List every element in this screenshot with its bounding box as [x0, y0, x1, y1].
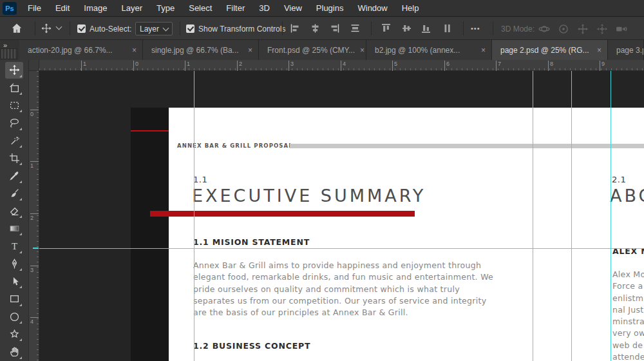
path-selection-tool[interactable]: [5, 273, 23, 290]
ruler-label: 3: [289, 61, 294, 71]
rectangular-marquee-tool[interactable]: [5, 97, 23, 114]
title-underline-bar: [150, 211, 415, 217]
vertical-guide[interactable]: [611, 71, 611, 361]
home-icon[interactable]: [11, 23, 23, 37]
align-vertical-centers-icon[interactable]: [401, 23, 412, 36]
menu-3d[interactable]: 3D: [252, 0, 277, 17]
menu-select[interactable]: Select: [182, 0, 219, 17]
menu-plugins[interactable]: Plugins: [309, 0, 351, 17]
magic-wand-tool[interactable]: [5, 132, 23, 149]
paragraph-line: attende: [612, 351, 644, 361]
menu-help[interactable]: Help: [395, 0, 426, 17]
more-align-options-button[interactable]: •••: [471, 24, 480, 32]
svg-text:T: T: [11, 241, 17, 251]
tab-title: page 3.p: [616, 46, 644, 55]
document-canvas[interactable]: ANNEX BAR & GRILL PROPOSAL 1.1 EXECUTIVE…: [39, 71, 644, 361]
tab-action-20[interactable]: action-20.jpg @ 66.7%... ×: [19, 40, 143, 60]
divider: [463, 21, 464, 35]
align-right-edges-icon[interactable]: [329, 23, 340, 36]
vertical-guide[interactable]: [571, 71, 572, 361]
menu-type[interactable]: Type: [149, 0, 182, 17]
tab-title: action-20.jpg @ 66.7%...: [28, 46, 113, 55]
distribute-horizontally-icon[interactable]: [350, 23, 361, 36]
auto-select-label: Auto-Select:: [90, 24, 131, 34]
tab-front[interactable]: Front.psd @ 25% (CMY... ×: [259, 40, 366, 60]
3d-pan-icon: [577, 23, 589, 37]
tab-single[interactable]: single.jpg @ 66.7% (Ba... ×: [143, 40, 259, 60]
paragraph-line: web de: [612, 340, 644, 351]
distribute-vertically-icon[interactable]: [442, 23, 453, 36]
align-left-edges-icon[interactable]: [290, 23, 301, 36]
paragraph-line: elegant food, remarkable drinks, and fun…: [193, 271, 493, 283]
divider: [371, 21, 372, 35]
rectangle-tool[interactable]: [5, 291, 23, 307]
paragraph-line: nal Just: [612, 304, 644, 316]
hand-tool[interactable]: [5, 344, 23, 360]
menu-file[interactable]: File: [21, 0, 48, 17]
chevron-down-icon[interactable]: [56, 24, 62, 30]
guide-position-marker: [33, 248, 39, 249]
menu-window[interactable]: Window: [350, 0, 394, 17]
paragraph-line: minstra: [612, 316, 644, 327]
frame-tool[interactable]: [5, 79, 23, 96]
gradient-tool[interactable]: [5, 220, 23, 237]
ruler-label: 3: [30, 266, 39, 273]
close-icon[interactable]: ×: [248, 46, 252, 55]
divider: [35, 21, 35, 35]
vertical-ruler[interactable]: 0 1 2 3 4: [29, 71, 39, 361]
pen-tool[interactable]: [5, 255, 23, 272]
move-tool-icon[interactable]: [41, 23, 52, 36]
ellipse-tool[interactable]: [5, 308, 23, 325]
concept-heading: 1.2 BUSINESS CONCEPT: [193, 341, 310, 351]
mission-heading: 1.1 MISION STATEMENT: [193, 237, 310, 247]
menu-layer[interactable]: Layer: [115, 0, 150, 17]
custom-shape-tool[interactable]: [5, 326, 23, 342]
paragraph-line: Alex Mo: [612, 269, 644, 280]
ruler-label: 0: [30, 110, 39, 117]
auto-select-dropdown[interactable]: Layer: [135, 22, 173, 35]
ruler-label: 7: [496, 61, 501, 71]
crop-tool[interactable]: [5, 150, 23, 166]
divider: [180, 21, 180, 35]
move-tool[interactable]: [5, 62, 23, 79]
paragraph-line: are the basis of our principles at Annex…: [193, 307, 493, 318]
menu-image[interactable]: Image: [77, 0, 114, 17]
eyedropper-tool[interactable]: [5, 168, 23, 184]
ruler-label: 1: [30, 161, 39, 169]
auto-select-checkbox[interactable]: [77, 24, 86, 33]
close-icon[interactable]: ×: [597, 46, 601, 55]
align-top-edges-icon[interactable]: [381, 23, 392, 36]
show-transform-checkbox[interactable]: [186, 24, 194, 33]
right-paragraph: Alex Mo Force a enlistm nal Just minstra…: [612, 269, 644, 361]
mission-paragraph: Annex Bar & Grill aims to provide happin…: [193, 260, 493, 318]
type-tool[interactable]: T: [5, 238, 23, 255]
panel-grip[interactable]: [1, 48, 17, 59]
tab-page-2-active[interactable]: page 2.psd @ 25% (RG... ×: [492, 40, 608, 60]
photoshop-logo[interactable]: Ps: [3, 2, 17, 15]
ruler-corner: [29, 60, 39, 71]
ruler-label: 8: [548, 61, 553, 71]
close-icon[interactable]: ×: [481, 46, 486, 55]
panel-strip: »: [0, 40, 19, 60]
eraser-tool[interactable]: [5, 202, 23, 219]
brush-tool[interactable]: [5, 185, 23, 202]
close-icon[interactable]: ×: [360, 46, 365, 55]
menu-view[interactable]: View: [277, 0, 309, 17]
horizontal-ruler[interactable]: 1 0 1 2 3 4 5 6 7 8 9: [39, 60, 644, 71]
menu-edit[interactable]: Edit: [48, 0, 77, 17]
ruler-label: 5: [392, 61, 397, 71]
paragraph-line: separates us from our competition. Our y…: [193, 295, 493, 307]
menu-filter[interactable]: Filter: [219, 0, 252, 17]
horizontal-guide[interactable]: [39, 248, 644, 249]
tab-page-3[interactable]: page 3.p: [608, 40, 644, 60]
paragraph-line: Force a: [612, 280, 644, 292]
vertical-guide[interactable]: [194, 71, 194, 361]
tab-b2[interactable]: b2.jpg @ 100% (annex... ×: [366, 40, 492, 60]
align-bottom-edges-icon[interactable]: [421, 23, 431, 36]
align-horizontal-centers-icon[interactable]: [310, 23, 321, 36]
close-icon[interactable]: ×: [132, 46, 137, 55]
lasso-tool[interactable]: [5, 115, 23, 132]
menu-bar: Ps File Edit Image Layer Type Select Fil…: [0, 0, 644, 17]
vertical-guide[interactable]: [533, 71, 533, 361]
tab-title: b2.jpg @ 100% (annex...: [375, 46, 460, 55]
